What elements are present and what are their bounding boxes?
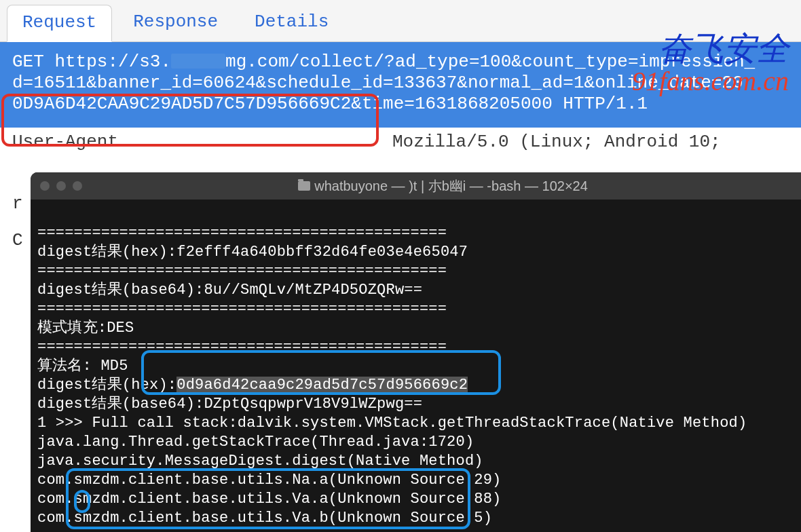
request-line-3: 0D9A6D42CAA9C29AD5D7C57D956669C2&time=16… [12,94,789,115]
zoom-icon[interactable] [73,181,82,191]
term-md5-highlight: 0d9a6d42caa9c29ad5d7c57d956669c2 [176,377,468,394]
term-line: digest结果(base64):DZptQsqpwprV18V9lWZpwg=… [37,396,422,413]
tab-details[interactable]: Details [239,4,344,41]
tab-response[interactable]: Response [117,4,234,41]
request-panel: GET https://s3.mg.com/collect/?ad_type=1… [0,42,801,153]
term-line: digest结果(base64):8u//SmQLv/MtZP4D5OZQRw=… [37,282,422,299]
terminal-titlebar[interactable]: whatbuyone — )t | 朩b幽i — -bash — 102×24 [31,172,801,200]
request-first-line: GET https://s3.mg.com/collect/?ad_type=1… [0,42,801,128]
request-line-1a: GET https://s3. [12,52,171,72]
header-user-agent: User-Agent Mozilla/5.0 (Linux; Android 1… [0,128,801,153]
term-line: digest结果(hex):f2efff4a640bbff32d64fe03e4… [37,244,468,261]
term-line-hex-prefix: digest结果(hex): [37,377,176,394]
term-line: ========================================… [37,301,447,318]
tab-request[interactable]: Request [7,5,112,42]
term-line: 算法名: MD5 [37,358,128,375]
window-controls[interactable] [40,181,82,191]
terminal-window: whatbuyone — )t | 朩b幽i — -bash — 102×24 … [31,172,801,532]
term-line: java.lang.Thread.getStackTrace(Thread.ja… [37,434,474,451]
terminal-title-text: whatbuyone — )t | 朩b幽i — -bash — 102×24 [314,177,588,195]
close-icon[interactable] [40,181,50,191]
term-line: java.security.MessageDigest.digest(Nativ… [37,453,483,470]
header-name: User-Agent [12,132,392,153]
request-line-2: d=16511&banner_id=60624&schedule_id=1336… [12,73,789,94]
term-line: 1 >>> Full call stack:dalvik.system.VMSt… [37,415,747,432]
term-line: ========================================… [37,225,447,242]
folder-icon [298,181,310,191]
request-line-1b: mg.com/collect/?ad_type=100&count_type=i… [225,52,755,72]
terminal-title: whatbuyone — )t | 朩b幽i — -bash — 102×24 [94,177,791,195]
term-line: com.smzdm.client.base.utils.Na.a(Unknown… [37,472,502,489]
header-value: Mozilla/5.0 (Linux; Android 10; [392,132,789,153]
redacted-host [171,54,225,69]
term-line: 模式填充:DES [37,320,134,337]
tabs-bar: Request Response Details [0,0,801,42]
term-line: ========================================… [37,263,447,280]
minimize-icon[interactable] [56,181,66,191]
term-line: com.smzdm.client.base.utils.Va.a(Unknown… [37,491,502,508]
terminal-body[interactable]: ========================================… [31,200,801,532]
term-line: com.smzdm.client.base.utils.Va.b(Unknown… [37,510,492,527]
term-line: ========================================… [37,339,447,356]
